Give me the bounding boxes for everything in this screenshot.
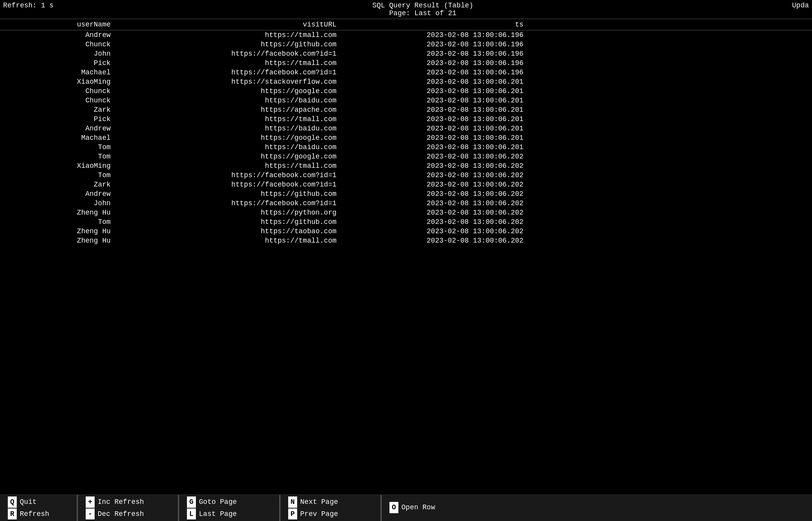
table-row: Pickhttps://tmall.com2023-02-08 13:00:06… — [0, 114, 812, 124]
table-row: Chunckhttps://google.com2023-02-08 13:00… — [0, 86, 812, 96]
footer-section-nav: N Next Page P Prev Page — [280, 495, 382, 521]
prev-label: Prev Page — [300, 509, 338, 520]
table-row: Andrewhttps://github.com2023-02-08 13:00… — [0, 189, 812, 199]
app-title: SQL Query Result (Table) — [54, 2, 792, 9]
table-row: Andrewhttps://tmall.com2023-02-08 13:00:… — [0, 30, 812, 40]
table-row: Zarkhttps://apache.com2023-02-08 13:00:0… — [0, 105, 812, 114]
dec-key[interactable]: - — [86, 509, 95, 520]
col-visiturl: visitURL — [117, 19, 343, 30]
table-header-row: userName visitURL ts — [0, 19, 812, 30]
table-row: Tomhttps://baidu.com2023-02-08 13:00:06.… — [0, 143, 812, 152]
refresh-label-footer: Refresh — [20, 509, 49, 520]
footer: Q Quit R Refresh + Inc Refresh - Dec Ref… — [0, 495, 812, 521]
table-row: Andrewhttps://baidu.com2023-02-08 13:00:… — [0, 124, 812, 133]
update-label: Upda — [792, 2, 809, 17]
footer-section-openrow: O Open Row — [382, 495, 483, 521]
next-key[interactable]: N — [288, 496, 297, 508]
col-ts: ts — [343, 19, 530, 30]
quit-key[interactable]: Q — [8, 496, 17, 508]
table-row: Machaelhttps://facebook.com?id=12023-02-… — [0, 68, 812, 77]
header-center: SQL Query Result (Table) Page: Last of 2… — [54, 2, 792, 17]
page-info: Page: Last of 21 — [54, 9, 792, 17]
table-row: Zarkhttps://facebook.com?id=12023-02-08 … — [0, 180, 812, 189]
table-container: userName visitURL ts Andrewhttps://tmall… — [0, 19, 812, 245]
table-row: Chunckhttps://github.com2023-02-08 13:00… — [0, 40, 812, 49]
dec-label: Dec Refresh — [98, 509, 144, 520]
openrow-key[interactable]: O — [389, 502, 398, 513]
next-label: Next Page — [300, 496, 338, 508]
table-row: Pickhttps://tmall.com2023-02-08 13:00:06… — [0, 58, 812, 68]
table-row: XiaoMinghttps://tmall.com2023-02-08 13:0… — [0, 161, 812, 171]
last-key[interactable]: L — [187, 509, 196, 520]
table-row: Johnhttps://facebook.com?id=12023-02-08 … — [0, 49, 812, 58]
table-row: Johnhttps://facebook.com?id=12023-02-08 … — [0, 199, 812, 208]
table-row: Machaelhttps://google.com2023-02-08 13:0… — [0, 133, 812, 143]
header: Refresh: 1 s SQL Query Result (Table) Pa… — [0, 0, 812, 19]
footer-section-quit: Q Quit R Refresh — [0, 495, 78, 521]
table-row: Tomhttps://github.com2023-02-08 13:00:06… — [0, 217, 812, 227]
table-row: Zheng Huhttps://tmall.com2023-02-08 13:0… — [0, 236, 812, 245]
refresh-label: Refresh: 1 s — [3, 2, 54, 17]
goto-label: Goto Page — [199, 496, 237, 508]
last-label: Last Page — [199, 509, 237, 520]
table-row: Tomhttps://google.com2023-02-08 13:00:06… — [0, 152, 812, 161]
footer-section-refresh: + Inc Refresh - Dec Refresh — [78, 495, 179, 521]
refresh-key[interactable]: R — [8, 509, 17, 520]
results-table: userName visitURL ts Andrewhttps://tmall… — [0, 19, 812, 245]
goto-key[interactable]: G — [187, 496, 196, 508]
table-row: Zheng Huhttps://taobao.com2023-02-08 13:… — [0, 227, 812, 236]
table-row: Tomhttps://facebook.com?id=12023-02-08 1… — [0, 171, 812, 180]
inc-key[interactable]: + — [86, 496, 95, 508]
quit-label: Quit — [20, 496, 37, 508]
table-row: Zheng Huhttps://python.org2023-02-08 13:… — [0, 208, 812, 217]
table-row: XiaoMinghttps://stackoverflow.com2023-02… — [0, 77, 812, 86]
col-username: userName — [0, 19, 117, 30]
table-row: Chunckhttps://baidu.com2023-02-08 13:00:… — [0, 96, 812, 105]
prev-key[interactable]: P — [288, 509, 297, 520]
inc-label: Inc Refresh — [98, 496, 144, 508]
col-empty — [530, 19, 812, 30]
footer-section-goto: G Goto Page L Last Page — [179, 495, 280, 521]
openrow-label: Open Row — [402, 502, 435, 513]
